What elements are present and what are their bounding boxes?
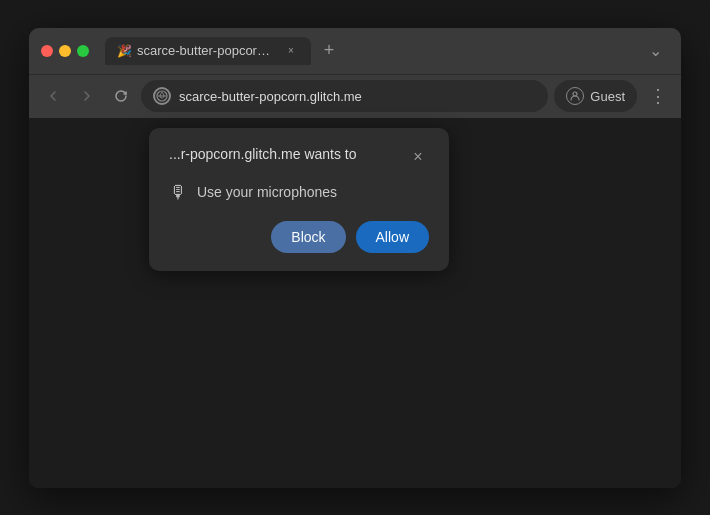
guest-label: Guest xyxy=(590,89,625,104)
permission-description: Use your microphones xyxy=(197,184,337,200)
popup-permission-row: 🎙 Use your microphones xyxy=(169,182,429,203)
traffic-lights xyxy=(41,45,89,57)
site-info-icon[interactable] xyxy=(153,87,171,105)
allow-button[interactable]: Allow xyxy=(356,221,429,253)
active-tab[interactable]: 🎉 scarce-butter-popcorn.glitch... × xyxy=(105,37,311,65)
forward-button[interactable] xyxy=(73,82,101,110)
close-traffic-light[interactable] xyxy=(41,45,53,57)
tabs-dropdown-button[interactable]: ⌄ xyxy=(641,37,669,65)
nav-bar: scarce-butter-popcorn.glitch.me Guest ⋮ xyxy=(29,74,681,118)
block-button[interactable]: Block xyxy=(271,221,345,253)
popup-header: ...r-popcorn.glitch.me wants to × xyxy=(169,146,429,168)
minimize-traffic-light[interactable] xyxy=(59,45,71,57)
tab-close-button[interactable]: × xyxy=(283,43,299,59)
maximize-traffic-light[interactable] xyxy=(77,45,89,57)
popup-title: ...r-popcorn.glitch.me wants to xyxy=(169,146,357,162)
title-bar: 🎉 scarce-butter-popcorn.glitch... × + ⌄ xyxy=(29,28,681,74)
new-tab-button[interactable]: + xyxy=(315,37,343,65)
address-bar[interactable]: scarce-butter-popcorn.glitch.me xyxy=(141,80,548,112)
popup-close-button[interactable]: × xyxy=(407,146,429,168)
guest-profile-button[interactable]: Guest xyxy=(554,80,637,112)
browser-window: 🎉 scarce-butter-popcorn.glitch... × + ⌄ xyxy=(29,28,681,488)
back-button[interactable] xyxy=(39,82,67,110)
tab-favicon-icon: 🎉 xyxy=(117,44,131,58)
browser-content: ...r-popcorn.glitch.me wants to × 🎙 Use … xyxy=(29,118,681,488)
tab-bar: 🎉 scarce-butter-popcorn.glitch... × + xyxy=(105,37,633,65)
reload-button[interactable] xyxy=(107,82,135,110)
guest-avatar-icon xyxy=(566,87,584,105)
microphone-icon: 🎙 xyxy=(169,182,187,203)
popup-buttons: Block Allow xyxy=(169,221,429,253)
url-text: scarce-butter-popcorn.glitch.me xyxy=(179,89,362,104)
tab-title: scarce-butter-popcorn.glitch... xyxy=(137,43,277,58)
more-options-button[interactable]: ⋮ xyxy=(643,82,671,110)
permission-popup: ...r-popcorn.glitch.me wants to × 🎙 Use … xyxy=(149,128,449,271)
